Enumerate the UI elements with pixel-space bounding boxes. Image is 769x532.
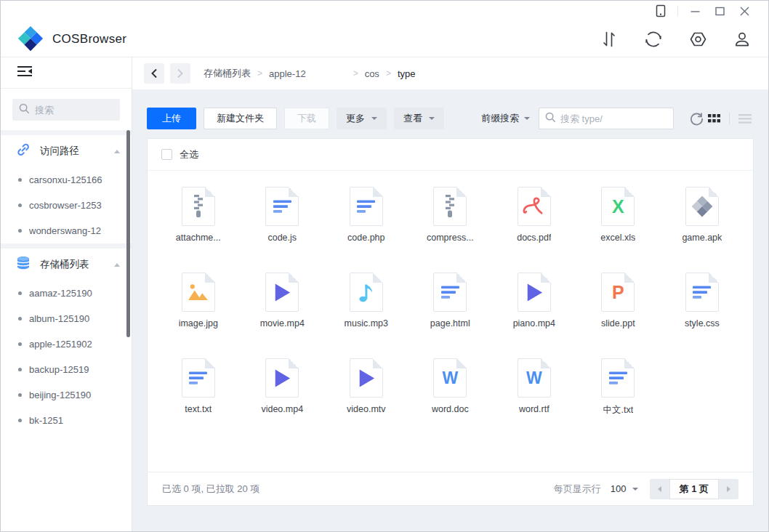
object-search[interactable] — [539, 108, 674, 129]
titlebar — [1, 1, 768, 21]
bullet-icon — [18, 368, 22, 371]
section-collapse-icon[interactable] — [114, 263, 120, 267]
apk-file-icon — [685, 187, 719, 226]
file-item[interactable]: Xexcel.xls — [576, 187, 661, 273]
sidebar: 访问路径 carsonxu-125166cosbrowser-1253wonde… — [1, 57, 132, 531]
forward-button[interactable] — [170, 63, 190, 84]
section-bucket-list[interactable]: 存储桶列表 — [1, 249, 132, 281]
file-item[interactable]: Pslide.ppt — [576, 273, 661, 358]
file-item[interactable]: text.txt — [156, 358, 241, 444]
grid-view-icon[interactable] — [705, 110, 722, 127]
caret-down-icon — [371, 117, 377, 120]
more-button[interactable]: 更多 — [337, 108, 387, 129]
bullet-icon — [18, 229, 22, 233]
mobile-icon[interactable] — [648, 2, 673, 20]
sidebar-bucket-item[interactable]: bk-1251 — [1, 408, 132, 433]
download-button[interactable]: 下载 — [284, 108, 329, 129]
pdf-file-icon — [518, 187, 551, 226]
file-item[interactable]: Wword.rtf — [492, 358, 576, 444]
sidebar-bucket-item[interactable]: album-125190 — [1, 306, 132, 331]
new-folder-button[interactable]: 新建文件夹 — [204, 108, 277, 129]
file-item[interactable]: attachme... — [156, 187, 241, 273]
page-fold — [289, 187, 299, 197]
bullet-icon — [18, 178, 22, 182]
file-item[interactable]: compress... — [408, 187, 493, 273]
sidebar-divider — [1, 130, 132, 135]
list-view-icon[interactable] — [736, 110, 754, 127]
minimize-icon[interactable] — [683, 2, 707, 20]
maximize-icon[interactable] — [707, 2, 732, 20]
prefix-search-dropdown[interactable]: 前缀搜索 — [481, 112, 530, 125]
page-fold — [373, 273, 383, 283]
code-file-icon — [350, 187, 383, 226]
code-file-icon — [601, 358, 635, 398]
file-item[interactable]: movie.mp4 — [241, 273, 325, 358]
file-name: page.html — [430, 318, 470, 329]
sidebar-bucket-item[interactable]: apple-1251902 — [1, 331, 132, 357]
file-item[interactable]: style.css — [660, 273, 744, 358]
section-access-paths[interactable]: 访问路径 — [1, 135, 132, 167]
settings-icon[interactable] — [688, 29, 708, 49]
file-name: 中文.txt — [603, 404, 634, 416]
sidebar-scrollbar[interactable] — [126, 130, 130, 337]
selection-status: 已选 0 项, 已拉取 20 项 — [162, 483, 259, 496]
sidebar-bucket-item[interactable]: aamaz-125190 — [1, 281, 132, 306]
sidebar-bucket-item[interactable]: backup-12519 — [1, 357, 132, 382]
file-item[interactable]: 中文.txt — [576, 358, 661, 444]
refresh-icon[interactable] — [688, 110, 705, 127]
back-button[interactable] — [144, 63, 164, 84]
sidebar-bucket-item[interactable]: wonderswang-12 — [1, 218, 132, 243]
prev-page-button[interactable] — [650, 479, 669, 499]
sidebar-bucket-item[interactable]: cosbrowser-1253 — [1, 193, 132, 218]
breadcrumb-item[interactable]: cos — [365, 68, 379, 79]
upload-button[interactable]: 上传 — [147, 108, 196, 129]
video-file-icon — [265, 358, 299, 398]
file-item[interactable]: code.js — [241, 187, 325, 273]
bucket-name: backup-12519 — [29, 364, 89, 375]
file-item[interactable]: Wword.doc — [408, 358, 493, 444]
bucket-name: beijing-125190 — [29, 390, 91, 400]
file-item[interactable]: image.jpg — [156, 273, 241, 358]
view-button[interactable]: 查看 — [394, 108, 444, 129]
file-item[interactable]: video.mtv — [324, 358, 408, 444]
titlebar-divider — [677, 6, 678, 16]
page-fold — [456, 273, 467, 283]
sidebar-bucket-item[interactable]: carsonxu-125166 — [1, 167, 132, 193]
code-file-icon — [182, 358, 215, 398]
search-icon — [545, 112, 556, 126]
section-collapse-icon[interactable] — [114, 150, 120, 153]
file-item[interactable]: page.html — [408, 273, 493, 358]
user-icon[interactable] — [732, 29, 752, 49]
object-search-input[interactable] — [560, 113, 667, 124]
next-page-button[interactable] — [719, 479, 738, 499]
file-name: style.css — [685, 318, 720, 329]
file-item[interactable]: game.apk — [660, 187, 744, 273]
view-toggle-divider — [729, 113, 730, 124]
page-fold — [205, 187, 215, 197]
file-item[interactable]: video.mp4 — [241, 358, 325, 444]
sidebar-search[interactable] — [12, 99, 120, 121]
file-panel: 全选 attachme...code.jscode.phpcompress...… — [147, 138, 754, 506]
app-header: COSBrowser — [1, 21, 768, 57]
per-page-select[interactable]: 100 — [611, 483, 638, 494]
collapse-sidebar-icon[interactable] — [17, 65, 33, 80]
sidebar-bucket-item[interactable]: beijing-125190 — [1, 382, 132, 408]
transfer-icon[interactable] — [599, 29, 619, 49]
breadcrumb-item[interactable]: apple-12 — [269, 68, 306, 79]
caret-down-icon — [524, 117, 530, 120]
file-item[interactable]: music.mp3 — [324, 273, 408, 358]
file-name: image.jpg — [179, 318, 218, 329]
file-item[interactable]: piano.mp4 — [492, 273, 576, 358]
status-bar: 已选 0 项, 已拉取 20 项 每页显示行 100 第 1 页 — [148, 472, 753, 505]
sync-icon[interactable] — [643, 29, 664, 49]
close-icon[interactable] — [732, 2, 757, 20]
file-item[interactable]: code.php — [324, 187, 408, 273]
sidebar-search-input[interactable] — [35, 105, 113, 116]
access-path-list: carsonxu-125166cosbrowser-1253wonderswan… — [1, 167, 132, 243]
select-all-checkbox[interactable] — [161, 149, 172, 160]
file-item[interactable]: docs.pdf — [492, 187, 576, 273]
breadcrumb-item[interactable]: 存储桶列表 — [204, 67, 251, 80]
per-page-label: 每页显示行 — [554, 483, 601, 496]
main-area: 存储桶列表>apple-12>cos>type 上传 新建文件夹 下载 更多 查… — [132, 57, 768, 531]
file-name: code.js — [267, 233, 297, 243]
